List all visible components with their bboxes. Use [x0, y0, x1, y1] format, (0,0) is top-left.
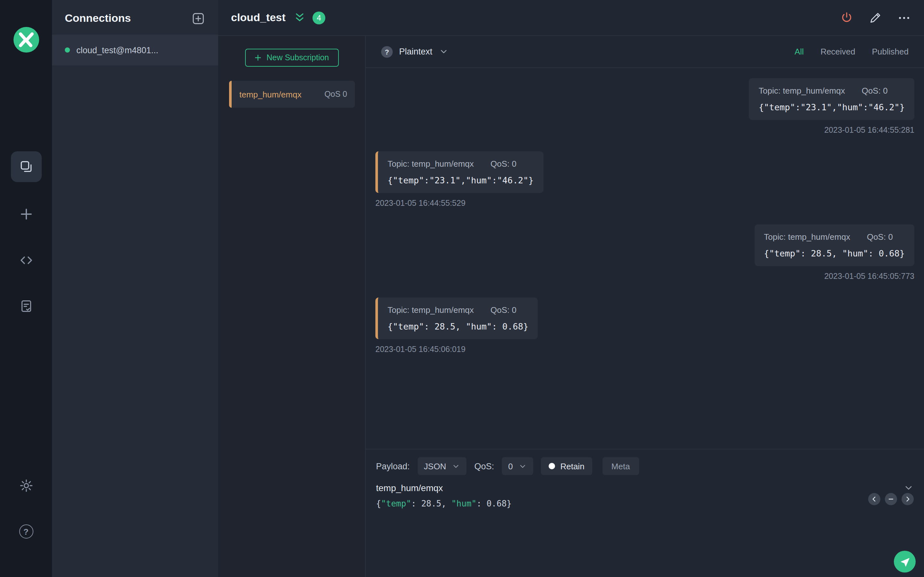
meta-button[interactable]: Meta	[603, 457, 639, 475]
subscription-color-bar	[229, 81, 232, 108]
new-connection-icon[interactable]	[191, 11, 205, 26]
history-prev-icon[interactable]	[868, 493, 880, 505]
collapse-publish-chevron-icon[interactable]	[903, 483, 914, 493]
connections-panel: Connections cloud_test@m4801...	[52, 0, 218, 577]
message-payload: {"temp":"23.1","hum":"46.2"}	[388, 175, 533, 185]
editor-token: :	[411, 499, 421, 508]
connection-header: cloud_test 4	[218, 0, 924, 36]
qos-label: QoS:	[474, 461, 494, 471]
editor-token: ,	[441, 499, 451, 508]
more-options-icon[interactable]	[897, 11, 911, 25]
help-question-glyph: ?	[19, 524, 33, 538]
message-list[interactable]: Topic: temp_hum/emqx QoS: 0 {"temp":"23.…	[366, 68, 924, 449]
subscription-item[interactable]: temp_hum/emqx QoS 0	[229, 81, 355, 108]
message-payload: {"temp":"23.1","hum":"46.2"}	[759, 102, 905, 112]
subscription-qos: QoS 0	[325, 90, 347, 99]
messages-toolbar: ? Plaintext All Received Published	[366, 36, 924, 68]
payload-type-value: JSON	[424, 461, 446, 471]
connection-body: New Subscription temp_hum/emqx QoS 0 ? P…	[218, 36, 924, 577]
chevron-down-icon	[519, 462, 527, 470]
connection-view: cloud_test 4	[218, 0, 924, 577]
message-qos: QoS: 0	[491, 305, 517, 315]
editor-token-number: 28.5	[421, 499, 441, 508]
new-subscription-button[interactable]: New Subscription	[245, 49, 338, 67]
publish-controls: Payload: JSON QoS: 0	[366, 450, 924, 475]
retain-toggle[interactable]: Retain	[541, 457, 592, 475]
subscriptions-panel: New Subscription temp_hum/emqx QoS 0	[218, 36, 366, 577]
filter-received[interactable]: Received	[821, 47, 855, 56]
connection-title: cloud_test	[231, 11, 286, 24]
message-card[interactable]: Topic: temp_hum/emqx QoS: 0 {"temp": 28.…	[375, 298, 538, 339]
message-card[interactable]: Topic: temp_hum/emqx QoS: 0 {"temp":"23.…	[375, 151, 543, 193]
connections-title: Connections	[65, 12, 131, 25]
retain-indicator-dot	[549, 463, 555, 469]
new-subscription-label: New Subscription	[267, 53, 329, 62]
format-help-icon[interactable]: ?	[381, 46, 393, 57]
connection-list-item[interactable]: cloud_test@m4801...	[52, 35, 218, 65]
messages-main: ? Plaintext All Received Published	[366, 36, 924, 577]
disconnect-power-icon[interactable]	[840, 11, 853, 24]
collapse-chevrons-icon[interactable]	[293, 11, 306, 24]
payload-editor[interactable]: {"temp": 28.5, "hum": 0.68}	[366, 493, 924, 514]
filter-published[interactable]: Published	[872, 47, 909, 56]
nav-log-icon[interactable]	[19, 299, 33, 314]
publish-panel: Payload: JSON QoS: 0	[366, 449, 924, 577]
message-qos: QoS: 0	[862, 86, 888, 95]
message-card[interactable]: Topic: temp_hum/emqx QoS: 0 {"temp":"23.…	[749, 78, 914, 120]
message-qos: QoS: 0	[867, 232, 893, 242]
history-clear-icon[interactable]	[885, 493, 897, 505]
message-timestamp: 2023-01-05 16:45:05:773	[824, 272, 914, 281]
message-timestamp: 2023-01-05 16:44:55:529	[375, 199, 465, 208]
message-published: Topic: temp_hum/emqx QoS: 0 {"temp":"23.…	[375, 78, 914, 135]
nav-new-connection-icon[interactable]	[18, 206, 34, 222]
subscription-topic: temp_hum/emqx	[239, 89, 302, 99]
message-topic: Topic: temp_hum/emqx	[759, 86, 845, 95]
payload-history-nav	[868, 493, 914, 505]
send-button[interactable]	[894, 551, 916, 572]
message-topic: Topic: temp_hum/emqx	[388, 305, 474, 315]
edit-pencil-icon[interactable]	[869, 11, 882, 24]
chevron-down-icon	[439, 47, 449, 56]
payload-format-value: Plaintext	[399, 47, 433, 56]
unread-count-badge: 4	[312, 11, 325, 24]
app-window: ? Connections cloud_test@m4801... cloud_…	[0, 0, 924, 577]
message-timestamp: 2023-01-05 16:44:55:281	[824, 126, 914, 135]
nav-rail: ?	[0, 0, 52, 577]
message-filters: All Received Published	[795, 47, 909, 56]
message-topic: Topic: temp_hum/emqx	[388, 159, 474, 169]
mqttx-logo	[12, 26, 40, 54]
message-received: Topic: temp_hum/emqx QoS: 0 {"temp":"23.…	[375, 151, 914, 208]
editor-token: :	[477, 499, 486, 508]
help-icon[interactable]: ?	[19, 524, 33, 538]
message-card[interactable]: Topic: temp_hum/emqx QoS: 0 {"temp": 28.…	[754, 224, 914, 266]
message-payload: {"temp": 28.5, "hum": 0.68}	[764, 248, 905, 258]
paper-plane-icon	[899, 556, 910, 567]
editor-token: }	[507, 499, 512, 508]
plus-icon	[254, 54, 262, 61]
editor-token-number: 0.68	[486, 499, 507, 508]
qos-value: 0	[508, 461, 513, 471]
message-topic: Topic: temp_hum/emqx	[764, 232, 850, 242]
message-qos: QoS: 0	[491, 159, 517, 169]
payload-label: Payload:	[376, 461, 410, 471]
topic-row: temp_hum/emqx	[366, 475, 924, 493]
connection-name: cloud_test@m4801...	[76, 45, 158, 55]
header-actions	[840, 11, 911, 25]
nav-script-icon[interactable]	[18, 253, 34, 268]
retain-label: Retain	[560, 461, 584, 471]
nav-connections-icon[interactable]	[11, 151, 41, 182]
settings-gear-icon[interactable]	[19, 478, 33, 493]
message-published: Topic: temp_hum/emqx QoS: 0 {"temp": 28.…	[375, 224, 914, 281]
payload-format-dropdown[interactable]: ? Plaintext	[381, 46, 449, 57]
payload-type-select[interactable]: JSON	[417, 457, 467, 475]
editor-token-key: "temp"	[381, 499, 411, 508]
message-payload: {"temp": 28.5, "hum": 0.68}	[388, 321, 528, 332]
filter-all[interactable]: All	[795, 47, 804, 56]
editor-token-key: "hum"	[451, 499, 477, 508]
editor-token: {	[376, 499, 381, 508]
topic-input[interactable]: temp_hum/emqx	[376, 483, 443, 493]
qos-select[interactable]: 0	[502, 457, 533, 475]
chevron-down-icon	[452, 462, 460, 470]
history-next-icon[interactable]	[901, 493, 914, 505]
connected-status-dot	[65, 47, 70, 53]
